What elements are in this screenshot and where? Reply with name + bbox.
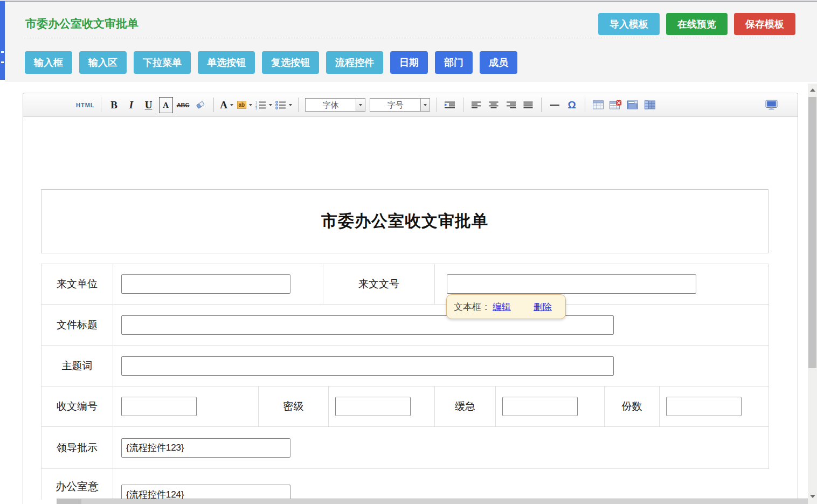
import-template-button[interactable]: 导入模板: [598, 13, 660, 35]
tooltip-label: 文本框：: [454, 301, 490, 313]
bullet-list-button[interactable]: [275, 97, 292, 113]
header-divider: [24, 38, 791, 38]
widget-dropdown-button[interactable]: 下拉菜单: [134, 51, 191, 74]
table-cell: [113, 264, 323, 305]
align-right-button[interactable]: [504, 97, 518, 113]
doc-number-input[interactable]: [447, 274, 696, 294]
widget-member-button[interactable]: 成员: [480, 51, 517, 74]
table-row: 收文编号 密级 缓急 份数: [41, 386, 768, 427]
toolbar-separator: [213, 98, 214, 112]
left-sliver-mark: [1, 51, 4, 53]
widget-textarea-button[interactable]: 输入区: [79, 51, 127, 74]
font-color-button[interactable]: A: [220, 97, 234, 113]
office-opinion-input[interactable]: [121, 485, 290, 500]
left-panel-sliver: [0, 1, 5, 80]
widget-radio-button[interactable]: 单选按钮: [198, 51, 255, 74]
widget-date-button[interactable]: 日期: [390, 51, 428, 74]
left-sliver-mark: [1, 61, 4, 63]
header-actions: 导入模板 在线预览 保存模板: [598, 13, 795, 35]
save-template-button[interactable]: 保存模板: [734, 13, 795, 35]
widget-department-button[interactable]: 部门: [435, 51, 473, 74]
widget-checkbox-button[interactable]: 复选按钮: [262, 51, 319, 74]
toolbar-separator: [437, 98, 437, 112]
table-cell: [660, 386, 769, 427]
align-justify-button[interactable]: [521, 97, 535, 113]
widget-flow-control-button[interactable]: 流程控件: [326, 51, 383, 74]
table-row: 领导批示: [41, 427, 768, 469]
special-character-button[interactable]: Ω: [565, 97, 579, 113]
table-cell: [113, 305, 769, 346]
control-tooltip: 文本框： 编辑 删除: [446, 294, 566, 319]
toolbar-separator: [585, 98, 585, 112]
fullscreen-preview-icon[interactable]: [764, 97, 778, 113]
chevron-down-icon[interactable]: [420, 99, 430, 111]
secrecy-label: 密级: [259, 386, 329, 427]
document-title: 市委办公室收文审批单: [321, 210, 488, 232]
widget-input-box-button[interactable]: 输入框: [25, 51, 72, 74]
header: 市委办公室收文审批单 导入模板 在线预览 保存模板 输入框 输入区 下拉菜单 单…: [5, 2, 817, 82]
chevron-down-icon: [269, 104, 272, 106]
widget-toolbar: 输入框 输入区 下拉菜单 单选按钮 复选按钮 流程控件 日期 部门 成员: [25, 51, 517, 74]
table-cell: [113, 427, 769, 469]
font-family-select[interactable]: 字体: [305, 98, 365, 112]
insert-table-button[interactable]: [591, 97, 605, 113]
table-cell: [113, 469, 768, 500]
delete-link[interactable]: 删除: [534, 301, 552, 313]
toolbar-separator: [541, 98, 542, 112]
scroll-up-arrow-icon[interactable]: [808, 86, 817, 94]
form-table: 来文单位 来文文号 文件标题 主题词: [41, 264, 768, 500]
page-title: 市委办公室收文审批单: [25, 16, 139, 31]
office-opinion-label: 办公室意见: [41, 469, 113, 500]
copies-input[interactable]: [666, 397, 742, 416]
edit-link[interactable]: 编辑: [493, 301, 511, 313]
align-left-button[interactable]: [469, 97, 483, 113]
subject-label: 主题词: [41, 346, 113, 386]
subject-input[interactable]: [121, 356, 614, 376]
chevron-down-icon[interactable]: [356, 99, 365, 111]
window-top-edge: [0, 0, 817, 2]
receipt-number-label: 收文编号: [41, 386, 113, 427]
vertical-scrollbar[interactable]: [808, 84, 817, 504]
delete-table-button[interactable]: [608, 97, 622, 113]
table-row: 主题词: [41, 346, 768, 386]
toolbar-separator: [463, 98, 463, 112]
table-cell: [496, 386, 605, 427]
bold-button[interactable]: B: [107, 97, 121, 113]
eraser-icon[interactable]: [193, 97, 207, 113]
html-source-button[interactable]: HTML: [76, 97, 95, 113]
underline-button[interactable]: U: [142, 97, 156, 113]
copies-label: 份数: [605, 386, 660, 427]
chevron-down-icon: [289, 104, 292, 106]
indent-button[interactable]: [443, 97, 457, 113]
document-title-block[interactable]: 市委办公室收文审批单: [41, 189, 768, 253]
font-size-select[interactable]: 字号: [370, 98, 430, 112]
table-cell: [113, 386, 259, 427]
online-preview-button[interactable]: 在线预览: [666, 13, 728, 35]
table-properties-button[interactable]: [626, 97, 640, 113]
toolbar-separator: [298, 98, 299, 112]
receipt-number-input[interactable]: [121, 397, 197, 416]
cell-properties-button[interactable]: [643, 97, 657, 113]
source-unit-input[interactable]: [121, 274, 290, 294]
table-cell: [329, 386, 435, 427]
ordered-list-button[interactable]: 1 2 3: [255, 97, 272, 113]
scrollbar-thumb[interactable]: [808, 97, 816, 368]
leader-comment-input[interactable]: [121, 438, 290, 458]
align-center-button[interactable]: [487, 97, 501, 113]
table-row: 办公室意见: [41, 469, 768, 500]
rich-text-editor: HTML B I U A ABC A ab: [23, 93, 798, 504]
urgency-input[interactable]: [502, 397, 578, 416]
page: 市委办公室收文审批单 导入模板 在线预览 保存模板 输入框 输入区 下拉菜单 单…: [0, 0, 817, 504]
toolbar-separator: [101, 98, 101, 112]
table-row: 文件标题: [41, 305, 768, 346]
svg-text:3: 3: [255, 107, 257, 109]
strikethrough-button[interactable]: ABC: [176, 97, 190, 113]
font-style-button[interactable]: A: [159, 97, 173, 113]
italic-button[interactable]: I: [124, 97, 139, 113]
secrecy-input[interactable]: [335, 397, 411, 416]
table-row: 来文单位 来文文号: [41, 264, 768, 305]
horizontal-rule-button[interactable]: [548, 97, 562, 113]
highlight-color-button[interactable]: ab: [237, 97, 253, 113]
doc-number-label: 来文文号: [323, 264, 435, 305]
scroll-down-arrow-icon[interactable]: [808, 492, 817, 501]
